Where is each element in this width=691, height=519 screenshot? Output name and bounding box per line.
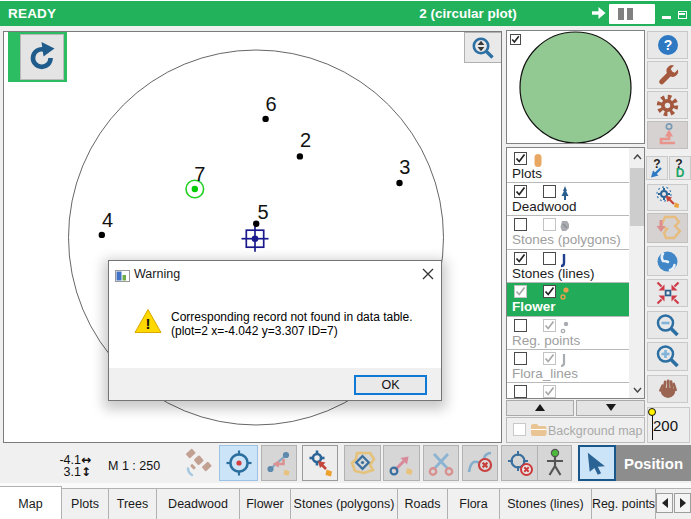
layer-visible-checkbox[interactable] <box>514 352 527 365</box>
tab-plots[interactable]: Plots <box>62 489 109 519</box>
world-view-button[interactable] <box>647 246 688 276</box>
background-map-checkbox[interactable] <box>513 423 526 436</box>
layer-visible-checkbox[interactable] <box>514 218 527 231</box>
settings-button[interactable] <box>647 91 688 119</box>
layer-labels-checkbox[interactable] <box>543 252 556 265</box>
cut-button[interactable] <box>423 445 459 481</box>
gps-pole-button[interactable] <box>647 121 688 149</box>
snap-point-button[interactable] <box>302 445 338 481</box>
surveyor-button[interactable] <box>537 445 572 481</box>
minimize-button[interactable] <box>662 16 671 19</box>
map-point[interactable] <box>396 180 402 186</box>
gps-satellite-button[interactable] <box>180 445 216 481</box>
query-data-button[interactable]: ? D <box>669 156 691 180</box>
import-polygon-button[interactable] <box>647 213 688 243</box>
layer-visible-checkbox[interactable] <box>514 319 527 332</box>
layer-labels-checkbox[interactable] <box>543 352 556 365</box>
edit-polygon-button[interactable] <box>344 445 381 481</box>
map-point-label: 5 <box>257 200 268 223</box>
svg-text:!: ! <box>146 315 151 332</box>
ok-button[interactable]: OK <box>354 375 427 395</box>
tabs-row: MapPlotsTreesDeadwoodFlowerStones (polyg… <box>0 488 691 519</box>
map-point-selected[interactable] <box>192 186 198 192</box>
delete-line-button[interactable] <box>462 445 498 481</box>
slider-knob[interactable] <box>648 408 656 416</box>
layer-label: Stones (lines) <box>512 266 595 281</box>
polygon-down-icon <box>653 214 683 242</box>
tab-roads[interactable]: Roads <box>398 489 448 519</box>
zoom-in-button[interactable] <box>647 342 688 371</box>
pan-button[interactable] <box>647 375 688 403</box>
layer-visible-checkbox[interactable] <box>514 152 527 165</box>
forward-arrow-icon[interactable] <box>591 6 606 24</box>
dialog-message: Corresponding record not found in data t… <box>171 311 413 338</box>
map-point[interactable] <box>262 116 268 122</box>
tab-scroll-right-button[interactable] <box>674 493 691 513</box>
svg-text:?: ? <box>663 37 672 53</box>
tab-scroll-left-button[interactable] <box>656 493 673 513</box>
scale-slider[interactable]: 200 <box>647 407 690 443</box>
layer-label: Stones (polygons) <box>512 232 621 247</box>
forward-arrow-icon <box>591 6 606 20</box>
select-cursor-button[interactable] <box>578 445 616 481</box>
delete-point-button[interactable] <box>501 445 538 481</box>
tab-map[interactable]: Map <box>0 486 62 519</box>
tab-reg-points[interactable]: Reg. points <box>592 489 656 519</box>
tab-label: Deadwood <box>168 497 228 511</box>
layer-row-deadwood[interactable]: Deadwood <box>507 183 629 216</box>
layer-row-flower[interactable]: Flower <box>507 283 629 316</box>
layer-move-down-button[interactable] <box>576 400 645 416</box>
measure-line-button[interactable] <box>261 445 297 481</box>
tools-button[interactable] <box>647 61 688 89</box>
layer-labels-checkbox[interactable] <box>543 385 556 398</box>
snap-points-button[interactable] <box>647 184 688 211</box>
scroll-down-icon[interactable] <box>629 381 645 398</box>
map-point[interactable] <box>297 153 303 159</box>
layer-visible-checkbox[interactable] <box>514 285 527 298</box>
preview-checkbox[interactable] <box>510 34 521 45</box>
dialog-message-line2: (plot=2 x=-4.042 y=3.307 ID=7) <box>171 325 413 339</box>
map-scale: M 1 : 250 <box>108 459 160 473</box>
scroll-up-icon[interactable] <box>629 148 645 165</box>
tab-label: Reg. points <box>592 497 655 511</box>
help-button[interactable]: ? <box>647 31 688 59</box>
layer-visible-checkbox[interactable] <box>514 252 527 265</box>
zoom-extents-button[interactable] <box>647 279 688 307</box>
tab-deadwood[interactable]: Deadwood <box>157 489 240 519</box>
layer-labels-checkbox[interactable] <box>543 185 556 198</box>
target-position-button[interactable] <box>219 445 258 481</box>
tab-stones-lines-[interactable]: Stones (lines) <box>500 489 592 519</box>
move-point-button[interactable] <box>383 445 420 481</box>
map-point[interactable] <box>99 232 105 238</box>
layer-row-plots[interactable]: Plots <box>507 150 629 183</box>
dialog-message-line1: Corresponding record not found in data t… <box>171 311 413 325</box>
layer-row-flora-lines[interactable]: Flora_lines <box>507 350 629 383</box>
close-icon[interactable] <box>419 266 437 282</box>
layer-labels-checkbox[interactable] <box>543 218 556 231</box>
layer-label: Flora_lines <box>512 366 578 381</box>
layer-move-up-button[interactable] <box>506 400 574 416</box>
query-position-button[interactable]: ? <box>646 156 668 180</box>
tab-flora[interactable]: Flora <box>448 489 500 519</box>
scrollbar-thumb[interactable] <box>630 168 644 226</box>
tab-flower[interactable]: Flower <box>240 489 291 519</box>
layer-labels-checkbox[interactable] <box>543 319 556 332</box>
layer-visible-checkbox[interactable] <box>514 385 527 398</box>
bottom-toolbar: -4.1↔ 3.1↕ M 1 : 250 <box>0 443 691 483</box>
rotate-view-button[interactable] <box>8 32 67 82</box>
layer-row-reg-points[interactable]: Reg. points <box>507 317 629 350</box>
layer-row[interactable] <box>507 383 629 399</box>
background-map-toggle[interactable]: Background map <box>506 417 645 443</box>
layer-scrollbar[interactable] <box>629 148 645 398</box>
layer-row-stones-lines-[interactable]: Stones (lines) <box>507 250 629 283</box>
tab-stones-polygons-[interactable]: Stones (polygons) <box>291 489 398 519</box>
layer-row-stones-polygons-[interactable]: Stones (polygons) <box>507 216 629 249</box>
restore-button[interactable] <box>678 11 687 19</box>
pause-toggle[interactable] <box>609 4 655 24</box>
zoom-window-button[interactable] <box>464 32 502 63</box>
layer-visible-checkbox[interactable] <box>514 185 527 198</box>
layer-labels-checkbox[interactable] <box>543 285 556 298</box>
zoom-out-button[interactable] <box>647 311 688 339</box>
position-button[interactable]: Position <box>616 445 691 481</box>
tab-trees[interactable]: Trees <box>109 489 157 519</box>
